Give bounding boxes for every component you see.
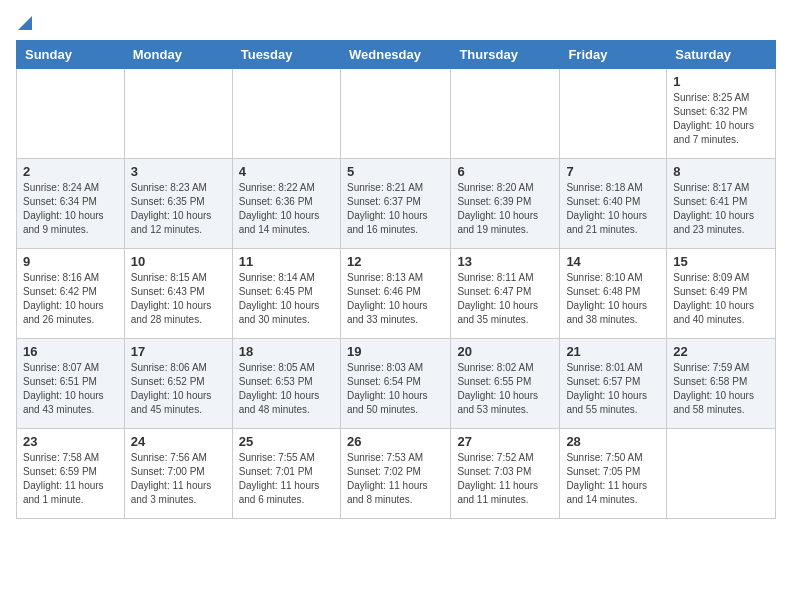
day-info: Sunrise: 8:09 AM Sunset: 6:49 PM Dayligh… xyxy=(673,271,769,327)
day-number: 3 xyxy=(131,164,226,179)
day-number: 22 xyxy=(673,344,769,359)
calendar-cell: 18Sunrise: 8:05 AM Sunset: 6:53 PM Dayli… xyxy=(232,339,340,429)
day-info: Sunrise: 8:16 AM Sunset: 6:42 PM Dayligh… xyxy=(23,271,118,327)
day-number: 24 xyxy=(131,434,226,449)
day-info: Sunrise: 8:05 AM Sunset: 6:53 PM Dayligh… xyxy=(239,361,334,417)
calendar-cell: 26Sunrise: 7:53 AM Sunset: 7:02 PM Dayli… xyxy=(340,429,450,519)
day-number: 17 xyxy=(131,344,226,359)
day-number: 11 xyxy=(239,254,334,269)
page-header xyxy=(16,16,776,28)
day-header-monday: Monday xyxy=(124,41,232,69)
day-number: 14 xyxy=(566,254,660,269)
calendar-cell: 21Sunrise: 8:01 AM Sunset: 6:57 PM Dayli… xyxy=(560,339,667,429)
day-info: Sunrise: 7:59 AM Sunset: 6:58 PM Dayligh… xyxy=(673,361,769,417)
day-info: Sunrise: 8:03 AM Sunset: 6:54 PM Dayligh… xyxy=(347,361,444,417)
calendar-cell: 16Sunrise: 8:07 AM Sunset: 6:51 PM Dayli… xyxy=(17,339,125,429)
day-number: 13 xyxy=(457,254,553,269)
calendar-cell: 28Sunrise: 7:50 AM Sunset: 7:05 PM Dayli… xyxy=(560,429,667,519)
calendar-cell: 24Sunrise: 7:56 AM Sunset: 7:00 PM Dayli… xyxy=(124,429,232,519)
calendar-cell: 7Sunrise: 8:18 AM Sunset: 6:40 PM Daylig… xyxy=(560,159,667,249)
day-info: Sunrise: 8:23 AM Sunset: 6:35 PM Dayligh… xyxy=(131,181,226,237)
day-number: 27 xyxy=(457,434,553,449)
calendar-cell: 4Sunrise: 8:22 AM Sunset: 6:36 PM Daylig… xyxy=(232,159,340,249)
calendar-cell: 19Sunrise: 8:03 AM Sunset: 6:54 PM Dayli… xyxy=(340,339,450,429)
calendar-cell: 10Sunrise: 8:15 AM Sunset: 6:43 PM Dayli… xyxy=(124,249,232,339)
day-header-friday: Friday xyxy=(560,41,667,69)
calendar-cell xyxy=(340,69,450,159)
day-number: 4 xyxy=(239,164,334,179)
day-info: Sunrise: 7:56 AM Sunset: 7:00 PM Dayligh… xyxy=(131,451,226,507)
calendar-cell: 13Sunrise: 8:11 AM Sunset: 6:47 PM Dayli… xyxy=(451,249,560,339)
calendar-cell xyxy=(17,69,125,159)
calendar-cell: 14Sunrise: 8:10 AM Sunset: 6:48 PM Dayli… xyxy=(560,249,667,339)
calendar-cell xyxy=(451,69,560,159)
day-info: Sunrise: 8:21 AM Sunset: 6:37 PM Dayligh… xyxy=(347,181,444,237)
calendar-cell xyxy=(232,69,340,159)
day-header-thursday: Thursday xyxy=(451,41,560,69)
calendar-cell: 6Sunrise: 8:20 AM Sunset: 6:39 PM Daylig… xyxy=(451,159,560,249)
calendar-cell: 15Sunrise: 8:09 AM Sunset: 6:49 PM Dayli… xyxy=(667,249,776,339)
day-header-wednesday: Wednesday xyxy=(340,41,450,69)
calendar-cell: 11Sunrise: 8:14 AM Sunset: 6:45 PM Dayli… xyxy=(232,249,340,339)
calendar-cell: 12Sunrise: 8:13 AM Sunset: 6:46 PM Dayli… xyxy=(340,249,450,339)
day-number: 20 xyxy=(457,344,553,359)
day-info: Sunrise: 8:18 AM Sunset: 6:40 PM Dayligh… xyxy=(566,181,660,237)
calendar-cell: 20Sunrise: 8:02 AM Sunset: 6:55 PM Dayli… xyxy=(451,339,560,429)
day-header-sunday: Sunday xyxy=(17,41,125,69)
day-info: Sunrise: 8:22 AM Sunset: 6:36 PM Dayligh… xyxy=(239,181,334,237)
day-number: 10 xyxy=(131,254,226,269)
day-number: 15 xyxy=(673,254,769,269)
calendar-cell: 1Sunrise: 8:25 AM Sunset: 6:32 PM Daylig… xyxy=(667,69,776,159)
day-info: Sunrise: 7:58 AM Sunset: 6:59 PM Dayligh… xyxy=(23,451,118,507)
calendar-cell: 3Sunrise: 8:23 AM Sunset: 6:35 PM Daylig… xyxy=(124,159,232,249)
day-number: 7 xyxy=(566,164,660,179)
calendar-table: SundayMondayTuesdayWednesdayThursdayFrid… xyxy=(16,40,776,519)
day-info: Sunrise: 8:11 AM Sunset: 6:47 PM Dayligh… xyxy=(457,271,553,327)
calendar-cell: 9Sunrise: 8:16 AM Sunset: 6:42 PM Daylig… xyxy=(17,249,125,339)
day-number: 9 xyxy=(23,254,118,269)
day-info: Sunrise: 8:13 AM Sunset: 6:46 PM Dayligh… xyxy=(347,271,444,327)
day-number: 6 xyxy=(457,164,553,179)
calendar-cell xyxy=(667,429,776,519)
calendar-cell xyxy=(124,69,232,159)
day-header-saturday: Saturday xyxy=(667,41,776,69)
calendar-cell: 23Sunrise: 7:58 AM Sunset: 6:59 PM Dayli… xyxy=(17,429,125,519)
day-number: 26 xyxy=(347,434,444,449)
day-info: Sunrise: 8:01 AM Sunset: 6:57 PM Dayligh… xyxy=(566,361,660,417)
day-number: 25 xyxy=(239,434,334,449)
calendar-cell: 17Sunrise: 8:06 AM Sunset: 6:52 PM Dayli… xyxy=(124,339,232,429)
day-number: 12 xyxy=(347,254,444,269)
day-number: 21 xyxy=(566,344,660,359)
day-number: 19 xyxy=(347,344,444,359)
day-info: Sunrise: 8:07 AM Sunset: 6:51 PM Dayligh… xyxy=(23,361,118,417)
day-number: 1 xyxy=(673,74,769,89)
calendar-cell: 2Sunrise: 8:24 AM Sunset: 6:34 PM Daylig… xyxy=(17,159,125,249)
day-info: Sunrise: 7:52 AM Sunset: 7:03 PM Dayligh… xyxy=(457,451,553,507)
day-number: 28 xyxy=(566,434,660,449)
day-info: Sunrise: 7:55 AM Sunset: 7:01 PM Dayligh… xyxy=(239,451,334,507)
day-number: 18 xyxy=(239,344,334,359)
day-number: 8 xyxy=(673,164,769,179)
day-info: Sunrise: 8:10 AM Sunset: 6:48 PM Dayligh… xyxy=(566,271,660,327)
calendar-cell: 27Sunrise: 7:52 AM Sunset: 7:03 PM Dayli… xyxy=(451,429,560,519)
day-info: Sunrise: 8:06 AM Sunset: 6:52 PM Dayligh… xyxy=(131,361,226,417)
day-info: Sunrise: 8:24 AM Sunset: 6:34 PM Dayligh… xyxy=(23,181,118,237)
day-number: 5 xyxy=(347,164,444,179)
calendar-cell: 5Sunrise: 8:21 AM Sunset: 6:37 PM Daylig… xyxy=(340,159,450,249)
calendar-cell: 25Sunrise: 7:55 AM Sunset: 7:01 PM Dayli… xyxy=(232,429,340,519)
day-info: Sunrise: 8:15 AM Sunset: 6:43 PM Dayligh… xyxy=(131,271,226,327)
day-info: Sunrise: 8:14 AM Sunset: 6:45 PM Dayligh… xyxy=(239,271,334,327)
day-number: 16 xyxy=(23,344,118,359)
svg-marker-0 xyxy=(18,16,32,30)
day-info: Sunrise: 8:20 AM Sunset: 6:39 PM Dayligh… xyxy=(457,181,553,237)
logo-icon xyxy=(18,16,32,30)
day-header-tuesday: Tuesday xyxy=(232,41,340,69)
day-number: 2 xyxy=(23,164,118,179)
calendar-cell: 22Sunrise: 7:59 AM Sunset: 6:58 PM Dayli… xyxy=(667,339,776,429)
day-info: Sunrise: 8:17 AM Sunset: 6:41 PM Dayligh… xyxy=(673,181,769,237)
day-info: Sunrise: 7:50 AM Sunset: 7:05 PM Dayligh… xyxy=(566,451,660,507)
day-number: 23 xyxy=(23,434,118,449)
day-info: Sunrise: 7:53 AM Sunset: 7:02 PM Dayligh… xyxy=(347,451,444,507)
day-info: Sunrise: 8:25 AM Sunset: 6:32 PM Dayligh… xyxy=(673,91,769,147)
logo xyxy=(16,16,32,28)
